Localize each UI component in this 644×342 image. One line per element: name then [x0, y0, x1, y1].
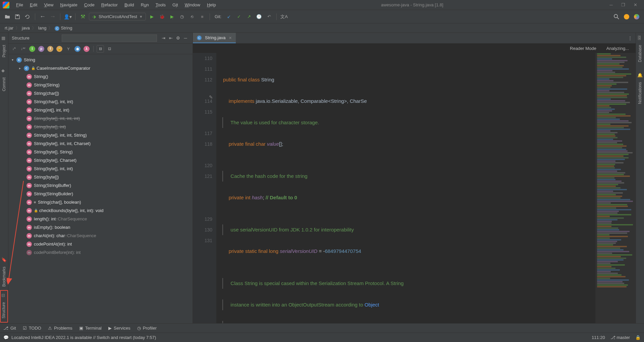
- tree-nested-class[interactable]: ▸ C 🔒 CaseInsensitiveComparator: [8, 64, 193, 72]
- editor-tab-string[interactable]: C String.java ×: [193, 33, 236, 43]
- tree-item[interactable]: mString(byte[], int, int, Charset): [8, 139, 193, 148]
- menu-build[interactable]: Build: [121, 1, 138, 9]
- bookmarks-icon[interactable]: 🔖: [1, 257, 7, 263]
- tree-item[interactable]: m🔒checkBounds(byte[], int, int): void: [8, 206, 193, 215]
- search-icon[interactable]: [612, 13, 621, 21]
- run-icon[interactable]: ▶: [148, 13, 156, 21]
- tree-item[interactable]: mcodePointBefore(int): int: [8, 248, 193, 257]
- avatar-dropdown[interactable]: 👤▾: [64, 13, 72, 21]
- collapse-all-icon[interactable]: ⇥: [160, 35, 167, 42]
- sort-visibility-icon[interactable]: ↓ᵃᶻ: [19, 45, 27, 53]
- autoscroll-source-icon[interactable]: ⊟: [97, 45, 104, 53]
- breadcrumb-item[interactable]: lang: [38, 25, 47, 30]
- lock-icon[interactable]: 🔒: [635, 335, 641, 340]
- status-message[interactable]: Localized IntelliJ IDEA 2022.1 is availa…: [11, 335, 156, 340]
- breadcrumb-item[interactable]: rt.jar: [5, 25, 13, 30]
- autoscroll-from-icon[interactable]: ⊡: [106, 45, 113, 53]
- menu-help[interactable]: Help: [204, 1, 219, 9]
- edit-pencil-icon[interactable]: ✎: [209, 92, 213, 102]
- structure-search-input[interactable]: [62, 35, 157, 42]
- hide-panel-icon[interactable]: ─: [182, 35, 189, 42]
- refresh-icon[interactable]: [23, 13, 32, 21]
- back-icon[interactable]: ←: [39, 13, 47, 21]
- close-tab-icon[interactable]: ×: [229, 35, 231, 41]
- profile-icon[interactable]: ◷: [178, 13, 186, 21]
- show-inherited-icon[interactable]: I: [29, 45, 36, 53]
- tree-item[interactable]: mString(byte[], int, int, int): [8, 114, 193, 123]
- bottom-problems[interactable]: ⚠Problems: [48, 326, 72, 331]
- tree-item[interactable]: mString(StringBuffer): [8, 181, 193, 190]
- menu-navigate[interactable]: Navigate: [57, 1, 80, 9]
- notifications-icon[interactable]: 🔔: [637, 73, 643, 78]
- tree-item[interactable]: mString(byte[], int): [8, 123, 193, 131]
- git-pull-icon[interactable]: ↙: [225, 13, 233, 21]
- breadcrumb-item[interactable]: CString: [55, 25, 72, 31]
- project-icon[interactable]: ▦: [1, 36, 7, 41]
- bottom-git[interactable]: ⎇Git: [3, 326, 16, 331]
- git-commit-icon[interactable]: ✓: [235, 13, 243, 21]
- reader-mode-link[interactable]: Reader Mode: [570, 46, 596, 51]
- status-notification-icon[interactable]: 💬: [3, 335, 9, 340]
- bottom-profiler[interactable]: ◷Profiler: [137, 326, 157, 331]
- sort-alpha-icon[interactable]: ↓ᴬ: [10, 45, 18, 53]
- maximize-button[interactable]: ❐: [621, 2, 626, 8]
- tools-colorwheel-icon[interactable]: [633, 13, 641, 21]
- tree-item[interactable]: mString(char[], boolean): [8, 198, 193, 206]
- tabs-menu-icon[interactable]: ⋮: [628, 36, 636, 41]
- stop-icon[interactable]: ■: [198, 13, 206, 21]
- rail-commit[interactable]: Commit: [2, 75, 6, 94]
- tree-item[interactable]: misEmpty(): boolean: [8, 223, 193, 231]
- tree-item[interactable]: mString(byte[], int, int): [8, 164, 193, 173]
- bottom-todo[interactable]: ☑TODO: [23, 326, 41, 331]
- tree-item[interactable]: mlength(): int ↑CharSequence: [8, 215, 193, 223]
- menu-code[interactable]: Code: [81, 1, 98, 9]
- tree-item[interactable]: mString(byte[], String): [8, 148, 193, 156]
- minimize-button[interactable]: ─: [608, 2, 614, 8]
- tree-item[interactable]: mString(String): [8, 81, 193, 89]
- run-config-selector[interactable]: ⬗ ShortCircuitAndTest ▾: [89, 13, 146, 20]
- rail-notifications[interactable]: Notifications: [638, 79, 642, 107]
- tree-root[interactable]: ▾ C String: [8, 56, 193, 64]
- notifications-dot-icon[interactable]: [623, 13, 631, 21]
- tree-item[interactable]: mString(int[], int, int): [8, 106, 193, 114]
- git-branch[interactable]: ⎇ master: [610, 335, 630, 340]
- menu-tools[interactable]: Tools: [152, 1, 169, 9]
- show-lambdas-icon[interactable]: λ: [83, 45, 90, 53]
- tree-item[interactable]: mString(char[]): [8, 89, 193, 97]
- editor-minimap[interactable]: [595, 53, 636, 323]
- breadcrumb-item[interactable]: java: [22, 25, 30, 30]
- close-button[interactable]: ✕: [633, 2, 638, 8]
- commit-icon[interactable]: ◆: [1, 68, 7, 73]
- git-push-icon[interactable]: ↗: [245, 13, 253, 21]
- settings-gear-icon[interactable]: ⚙: [174, 35, 182, 42]
- git-history-icon[interactable]: 🕐: [255, 13, 263, 21]
- tree-item[interactable]: mString(): [8, 72, 193, 81]
- structure-rail-highlighted[interactable]: ⊟ Structure: [0, 290, 8, 323]
- menu-refactor[interactable]: Refactor: [98, 1, 121, 9]
- show-interfaces-icon[interactable]: ◉: [74, 45, 81, 53]
- coverage-icon[interactable]: ▶̣: [168, 13, 176, 21]
- show-properties-icon[interactable]: p: [38, 45, 45, 53]
- tree-item[interactable]: mString(StringBuilder): [8, 190, 193, 198]
- git-rollback-icon[interactable]: ↶: [265, 13, 273, 21]
- tree-item[interactable]: mString(byte[], Charset): [8, 156, 193, 164]
- open-file-icon[interactable]: [3, 13, 11, 21]
- build-icon[interactable]: ⚒: [79, 13, 87, 21]
- tree-item[interactable]: mString(char[], int, int): [8, 97, 193, 106]
- tree-item[interactable]: mcharAt(int): char ↑CharSequence: [8, 231, 193, 240]
- tree-item[interactable]: mString(byte[]): [8, 173, 193, 181]
- tree-item[interactable]: mcodePointAt(int): int: [8, 240, 193, 248]
- menu-edit[interactable]: Edit: [26, 1, 41, 9]
- rail-project[interactable]: Project: [2, 42, 6, 60]
- show-fields-icon[interactable]: f: [47, 45, 54, 53]
- translate-icon[interactable]: 文A: [280, 13, 288, 21]
- save-icon[interactable]: [13, 13, 21, 21]
- menu-view[interactable]: View: [41, 1, 57, 9]
- expand-all-icon[interactable]: ⇤: [167, 35, 174, 42]
- show-locks-icon[interactable]: 🔒: [56, 45, 63, 53]
- menu-git[interactable]: Git: [169, 1, 181, 9]
- editor-gutter[interactable]: 110111112 114115 117118 120121 129130131…: [193, 53, 216, 323]
- debug-icon[interactable]: 🐞: [158, 13, 166, 21]
- menu-window[interactable]: Window: [181, 1, 204, 9]
- database-icon[interactable]: 🗄: [637, 36, 643, 41]
